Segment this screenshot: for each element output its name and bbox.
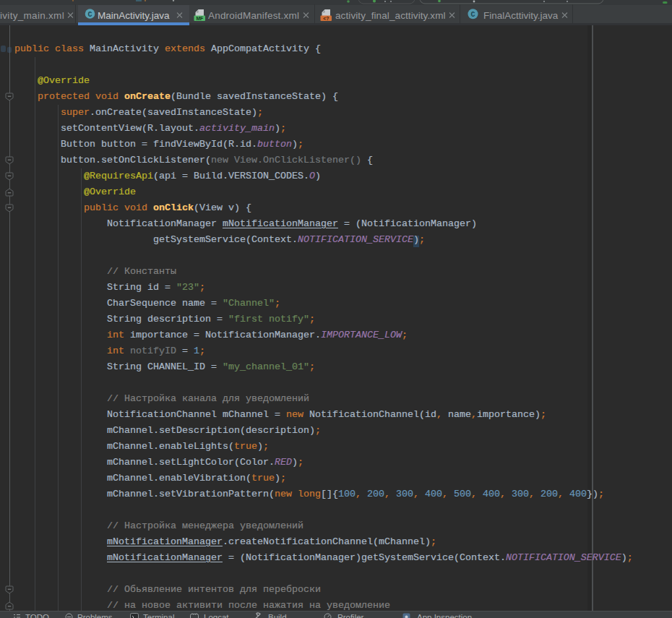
svg-text:C: C — [87, 11, 92, 19]
svg-text:C: C — [470, 11, 475, 19]
svg-text:MF: MF — [196, 16, 203, 21]
svg-text:<?: <? — [323, 16, 329, 21]
